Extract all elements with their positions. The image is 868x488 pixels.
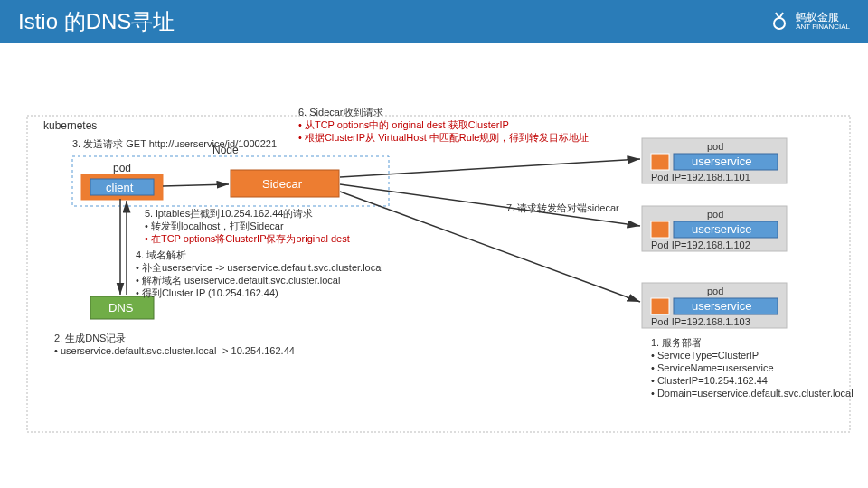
svg-point-0 (774, 18, 785, 29)
svg-text:• 得到Cluster IP (10.254.162.44): • 得到Cluster IP (10.254.162.44) (136, 287, 278, 298)
svg-text:pod: pod (707, 209, 723, 220)
svc-pod-2: pod userservice Pod IP=192.168.1.102 (642, 206, 787, 251)
svg-text:• 从TCP options中的 original dest: • 从TCP options中的 original dest 获取Cluster… (298, 119, 509, 130)
svg-text:Pod IP=192.168.1.102: Pod IP=192.168.1.102 (651, 239, 750, 250)
sidecar-label: Sidecar (262, 177, 303, 191)
step4-b3: 得到Cluster IP (10.254.162.44) (142, 287, 278, 298)
step5-b1: 转发到localhost，打到Sidecar (151, 221, 284, 231)
step2-title: 2. 生成DNS记录 (54, 333, 126, 343)
brand-en: ANT FINANCIAL (796, 23, 850, 32)
step6-r2: 根据ClusterIP从 VirtualHost 中匹配Rule规则，得到转发目… (305, 132, 590, 143)
step4-title: 4. 域名解析 (136, 249, 186, 260)
dns-label: DNS (108, 301, 134, 314)
svg-rect-31 (651, 298, 669, 314)
svg-text:• 根据ClusterIP从 VirtualHost 中匹配: • 根据ClusterIP从 VirtualHost 中匹配Rule规则，得到转… (298, 132, 590, 143)
step6-title: 6. Sidecar收到请求 (298, 107, 383, 117)
step5-r1: 在TCP options将ClusterIP保存为original dest (151, 233, 350, 244)
step1-b2: ServiceName=userservice (657, 362, 774, 373)
step2-b1: userservice.default.svc.cluster.local ->… (61, 345, 295, 356)
client-label: client (106, 181, 134, 194)
brand-block: 蚂蚁金服 ANT FINANCIAL (769, 11, 850, 33)
svg-text:• ServiceType=ClusterIP: • ServiceType=ClusterIP (651, 350, 759, 361)
svg-text:• 转发到localhost，打到Sidecar: • 转发到localhost，打到Sidecar (145, 221, 284, 231)
svc-pod-1: pod userservice Pod IP=192.168.1.101 (642, 138, 787, 183)
step1-b1: ServiceType=ClusterIP (657, 350, 759, 361)
svg-text:Pod IP=192.168.1.103: Pod IP=192.168.1.103 (651, 316, 750, 327)
svg-text:userservice: userservice (692, 299, 751, 313)
step5-title: 5. iptables拦截到10.254.162.44的请求 (145, 208, 314, 219)
svg-text:• Domain=userservice.default.s: • Domain=userservice.default.svc.cluster… (651, 388, 854, 399)
svg-text:• userservice.default.svc.clus: • userservice.default.svc.cluster.local … (54, 345, 295, 356)
svg-rect-19 (651, 154, 669, 170)
svg-rect-25 (651, 221, 669, 238)
step1-b4: Domain=userservice.default.svc.cluster.l… (657, 388, 854, 399)
k8s-label: kubernetes (43, 119, 97, 132)
step4-b2: 解析域名 userservice.default.svc.cluster.loc… (142, 275, 340, 286)
step1-title: 1. 服务部署 (651, 337, 702, 348)
svg-text:userservice: userservice (692, 222, 751, 236)
svg-text:userservice: userservice (692, 155, 751, 168)
svg-text:• 在TCP options将ClusterIP保存为ori: • 在TCP options将ClusterIP保存为original dest (145, 233, 350, 244)
page-title: Istio 的DNS寻址 (18, 7, 175, 36)
step3: 3. 发送请求 GET http://userservice/id/100022… (72, 138, 277, 149)
svc-pod-3: pod userservice Pod IP=192.168.1.103 (642, 283, 787, 328)
svg-text:• 解析域名 userservice.default.svc: • 解析域名 userservice.default.svc.cluster.l… (136, 275, 340, 286)
step7: 7. 请求转发给对端sidecar (506, 202, 619, 213)
header-bar: Istio 的DNS寻址 蚂蚁金服 ANT FINANCIAL (0, 0, 868, 43)
node-pod-label: pod (113, 162, 131, 174)
svg-text:• 补全userservice -> userservice: • 补全userservice -> userservice.default.s… (136, 262, 383, 273)
diagram-area: kubernetes Node pod client Sidecar DNS 3… (0, 43, 868, 488)
svg-text:• ClusterIP=10.254.162.44: • ClusterIP=10.254.162.44 (651, 375, 768, 386)
svg-text:pod: pod (707, 141, 723, 152)
step6-r1: 从TCP options中的 original dest 获取ClusterIP (305, 119, 509, 130)
svg-text:pod: pod (707, 286, 723, 296)
ant-icon (769, 11, 790, 33)
step4-b1: 补全userservice -> userservice.default.svc… (142, 262, 383, 273)
step1-b3: ClusterIP=10.254.162.44 (657, 375, 768, 386)
svg-text:• ServiceName=userservice: • ServiceName=userservice (651, 362, 774, 373)
svg-line-2 (779, 13, 783, 18)
svg-text:Pod IP=192.168.1.101: Pod IP=192.168.1.101 (651, 172, 750, 183)
